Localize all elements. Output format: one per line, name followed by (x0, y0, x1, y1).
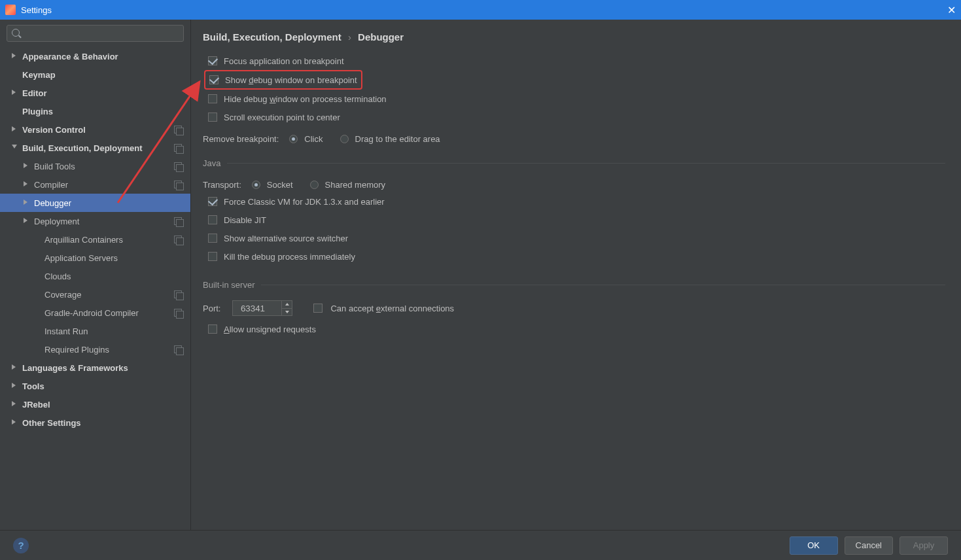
breadcrumb-b: Debugger (358, 31, 404, 43)
port-spinner-up[interactable] (282, 301, 292, 309)
label-alt-source-switcher: Show alternative source switcher (224, 234, 348, 243)
checkbox-disable-jit[interactable] (208, 215, 217, 224)
breadcrumb-a: Build, Execution, Deployment (203, 31, 341, 43)
tree-item-label: Coverage (44, 290, 81, 300)
tree-item[interactable]: Deployment (0, 212, 190, 230)
tree-item-label: Application Servers (44, 253, 118, 263)
titlebar: Settings ✕ (0, 0, 961, 20)
section-java: Java Transport: Socket Shared memory For… (203, 158, 945, 266)
cancel-button[interactable]: Cancel (845, 536, 893, 555)
sidebar: Appearance & BehaviorKeymapEditorPlugins… (0, 20, 191, 530)
checkbox-show-debug-window[interactable] (209, 75, 218, 84)
section-title-server: Built-in server (203, 280, 945, 290)
tree-item-label: Gradle-Android Compiler (44, 308, 139, 318)
label-focus-on-breakpoint: Focus application on breakpoint (224, 56, 344, 66)
label-transport: Transport: (203, 180, 241, 190)
tree-item[interactable]: Version Control (0, 120, 190, 139)
tree-item[interactable]: Keymap (0, 65, 190, 84)
checkbox-force-classic-vm[interactable] (208, 197, 217, 206)
tree-item[interactable]: Arquillian Containers (0, 230, 190, 249)
transport-row: Transport: Socket Shared memory (203, 180, 945, 190)
checkbox-hide-on-termination[interactable] (208, 94, 217, 103)
port-spinner (282, 300, 292, 316)
tree-item[interactable]: Editor (0, 84, 190, 102)
project-scope-icon (173, 162, 183, 171)
radio-drag[interactable] (340, 135, 349, 143)
search-input[interactable] (7, 25, 184, 42)
close-icon[interactable]: ✕ (947, 4, 956, 16)
label-kill-immediately: Kill the debug process immediately (224, 252, 355, 262)
project-scope-icon (173, 290, 183, 299)
chevron-right-icon (12, 364, 18, 371)
opt-hide-on-termination: Hide debug window on process termination (208, 90, 945, 108)
ok-button[interactable]: OK (790, 536, 838, 555)
project-scope-icon (173, 180, 183, 189)
tree-item[interactable]: Tools (0, 377, 190, 395)
opt-kill-immediately: Kill the debug process immediately (208, 247, 945, 266)
tree-item[interactable]: Clouds (0, 267, 190, 285)
tree-item-label: Plugins (22, 107, 53, 116)
label-radio-click: Click (304, 134, 323, 144)
tree-item[interactable]: Appearance & Behavior (0, 47, 190, 65)
checkbox-allow-unsigned[interactable] (208, 324, 217, 334)
tree-item[interactable]: Gradle-Android Compiler (0, 304, 190, 322)
tree-item[interactable]: Plugins (0, 102, 190, 120)
port-spinner-down[interactable] (282, 309, 292, 316)
tree-item-label: Required Plugins (44, 345, 109, 355)
tree-item-label: Compiler (34, 180, 68, 190)
content: Appearance & BehaviorKeymapEditorPlugins… (0, 20, 961, 530)
opt-scroll-to-center: Scroll execution point to center (208, 108, 945, 126)
dialog-buttons: OK Cancel Apply (790, 536, 948, 555)
tree-item[interactable]: Languages & Frameworks (0, 359, 190, 377)
tree-item[interactable]: Application Servers (0, 249, 190, 267)
label-force-classic-vm: Force Classic VM for JDK 1.3.x and earli… (224, 197, 385, 207)
tree-item-label: Version Control (22, 125, 86, 135)
tree-item[interactable]: JRebel (0, 395, 190, 413)
label-radio-drag: Drag to the editor area (355, 134, 440, 144)
checkbox-kill-immediately[interactable] (208, 252, 217, 261)
checkbox-focus-on-breakpoint[interactable] (208, 56, 217, 65)
checkbox-alt-source-switcher[interactable] (208, 234, 217, 243)
opt-allow-unsigned: Allow unsigned requests (208, 320, 945, 338)
checkbox-external-connections[interactable] (313, 304, 323, 313)
chevron-right-icon (24, 163, 30, 169)
tree-item-label: Instant Run (44, 326, 88, 336)
tree-item[interactable]: Build Tools (0, 157, 190, 175)
tree-item[interactable]: Required Plugins (0, 340, 190, 359)
radio-socket[interactable] (252, 181, 260, 189)
tree-item[interactable]: Compiler (0, 175, 190, 194)
settings-tree: Appearance & BehaviorKeymapEditorPlugins… (0, 46, 190, 530)
tree-item[interactable]: Coverage (0, 285, 190, 304)
checkbox-scroll-to-center[interactable] (208, 113, 217, 122)
tree-item-label: Languages & Frameworks (22, 363, 128, 373)
radio-click[interactable] (289, 135, 298, 143)
help-button[interactable]: ? (13, 538, 29, 553)
tree-item[interactable]: Debugger (0, 194, 190, 212)
tree-item-label: Build, Execution, Deployment (22, 143, 142, 153)
window-title: Settings (21, 5, 52, 15)
section-title-java: Java (203, 158, 945, 168)
tree-item-label: Keymap (22, 70, 56, 80)
tree-item[interactable]: Instant Run (0, 322, 190, 340)
tree-item-label: Deployment (34, 217, 79, 226)
port-row: Port: Can accept external connections (203, 300, 945, 316)
port-input[interactable] (232, 300, 282, 316)
radio-shared-memory[interactable] (310, 181, 319, 189)
label-show-debug-window: Show debug window on breakpoint (225, 75, 357, 85)
project-scope-icon (173, 143, 183, 152)
apply-button[interactable]: Apply (900, 536, 948, 555)
tree-item[interactable]: Other Settings (0, 413, 190, 432)
chevron-right-icon (24, 218, 30, 224)
label-external-connections: Can accept external connections (330, 304, 454, 313)
tree-item-label: Debugger (34, 198, 71, 208)
label-hide-on-termination: Hide debug window on process termination (224, 94, 387, 104)
chevron-right-icon (12, 53, 18, 60)
section-server: Built-in server Port: Can accept exter (203, 280, 945, 338)
tree-item[interactable]: Build, Execution, Deployment (0, 139, 190, 157)
chevron-right-icon (24, 181, 30, 188)
port-input-wrap (232, 300, 292, 316)
chevron-right-icon (24, 200, 30, 206)
bottombar: ? OK Cancel Apply (0, 530, 961, 560)
search-icon (12, 29, 20, 37)
opt-show-debug-window-wrap: Show debug window on breakpoint (203, 70, 945, 90)
